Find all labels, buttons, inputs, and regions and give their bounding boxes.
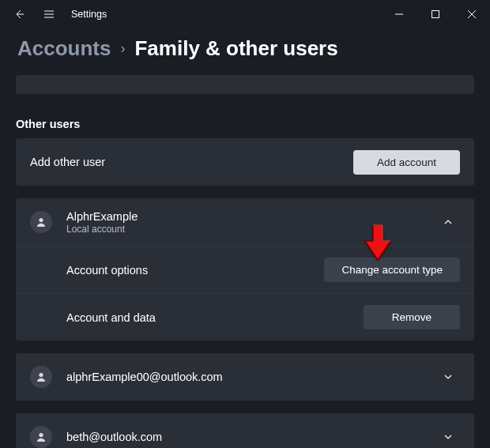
svg-point-3 (39, 433, 43, 437)
expand-toggle[interactable] (436, 371, 460, 382)
minimize-icon (395, 10, 403, 18)
arrow-left-icon (13, 8, 25, 21)
expand-toggle[interactable] (436, 431, 460, 442)
window-title: Settings (71, 9, 107, 20)
account-options-row: Account options Change account type (16, 246, 474, 293)
maximize-icon (432, 10, 439, 18)
user-header-row[interactable]: AlphrExample Local account (16, 198, 474, 246)
avatar (30, 426, 52, 448)
user-card-collapsed: alphrExample00@outlook.com (16, 353, 474, 401)
titlebar: Settings (0, 0, 490, 28)
previous-section-card[interactable] (16, 75, 474, 94)
back-button[interactable] (6, 2, 32, 27)
user-email: alphrExample00@outlook.com (66, 371, 430, 383)
collapse-toggle[interactable] (436, 216, 460, 228)
person-icon (35, 431, 47, 443)
user-subtitle: Local account (66, 224, 430, 235)
remove-button[interactable]: Remove (364, 305, 460, 329)
breadcrumb-parent[interactable]: Accounts (17, 36, 111, 61)
close-icon (468, 10, 476, 18)
other-users-heading: Other users (16, 118, 474, 130)
person-icon (35, 371, 47, 383)
chevron-down-icon (443, 371, 454, 382)
close-button[interactable] (454, 2, 490, 27)
account-data-row: Account and data Remove (16, 293, 474, 341)
user-card-expanded: AlphrExample Local account Account optio… (16, 198, 474, 341)
chevron-right-icon: › (120, 40, 125, 57)
breadcrumb-current: Family & other users (134, 36, 337, 61)
maximize-button[interactable] (417, 2, 454, 27)
user-email: beth@outlook.com (66, 431, 430, 443)
account-options-label: Account options (66, 264, 324, 277)
user-header-row[interactable]: beth@outlook.com (16, 413, 474, 448)
chevron-down-icon (443, 431, 454, 442)
avatar (30, 366, 52, 388)
svg-point-1 (39, 218, 43, 222)
account-data-label: Account and data (66, 311, 364, 324)
user-name: AlphrExample (66, 210, 430, 223)
avatar (30, 211, 52, 233)
add-account-button[interactable]: Add account (353, 150, 460, 175)
user-header-row[interactable]: alphrExample00@outlook.com (16, 353, 474, 401)
svg-point-2 (39, 373, 43, 377)
breadcrumb: Accounts › Family & other users (0, 28, 490, 75)
minimize-button[interactable] (381, 2, 417, 27)
add-other-user-label: Add other user (30, 156, 353, 168)
change-account-type-button[interactable]: Change account type (324, 258, 460, 282)
person-icon (35, 216, 47, 228)
user-card-collapsed: beth@outlook.com (16, 413, 474, 448)
hamburger-icon (43, 8, 55, 21)
chevron-up-icon (443, 216, 454, 228)
menu-button[interactable] (36, 2, 62, 27)
svg-rect-0 (432, 11, 439, 18)
add-other-user-card: Add other user Add account (16, 138, 474, 186)
